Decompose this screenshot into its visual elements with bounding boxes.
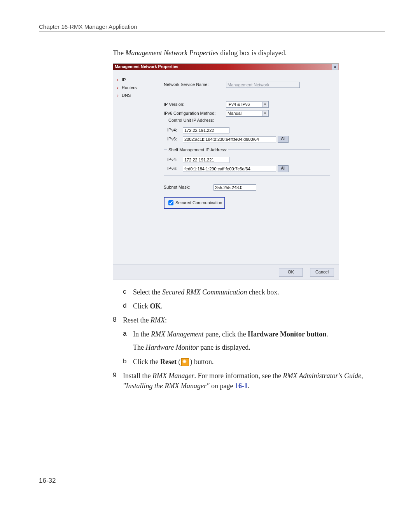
ipv6cfg-value: Manual <box>228 110 242 117</box>
ipv6cfg-label: IPv6 Configuration Method: <box>164 110 226 117</box>
header-rule <box>39 32 385 32</box>
nsn-input <box>226 82 300 88</box>
nav-item-ip[interactable]: ›IP <box>117 77 159 83</box>
all-button[interactable]: All <box>278 165 289 172</box>
ipver-label: IP Version: <box>164 102 226 108</box>
step-8b-text: Click the Reset () button. <box>133 357 385 367</box>
substep-letter: c <box>123 287 133 297</box>
ok-button[interactable]: OK <box>279 268 303 277</box>
sm-ipv4-input[interactable] <box>183 157 229 163</box>
dialog-screenshot: Management Network Properties x ›IP ›Rou… <box>113 63 339 280</box>
reset-icon <box>181 358 189 366</box>
ipv6cfg-select[interactable]: Manual <box>226 110 269 117</box>
nav-label: DNS <box>122 93 131 99</box>
ipver-value: IPv4 & IPv6 <box>228 102 250 108</box>
dialog-title: Management Network Properties <box>115 64 178 70</box>
chevron-right-icon: › <box>117 77 122 83</box>
step-9-text: Install the RMX Manager. For more inform… <box>123 371 385 391</box>
secured-checkbox[interactable] <box>168 200 173 205</box>
all-button[interactable]: All <box>278 136 289 143</box>
shelf-mgmt-fieldset: Shelf Management IP Address: IPv4: IPv6:… <box>164 149 330 176</box>
substep-letter: b <box>123 357 133 367</box>
dialog-form-panel: Network Service Name: IP Version: IPv4 &… <box>161 70 339 265</box>
nav-item-dns[interactable]: ›DNS <box>117 93 159 99</box>
chevron-right-icon: › <box>117 93 122 99</box>
sm-ipv4-label: IPv4: <box>167 157 183 163</box>
secured-label: Secured Communication <box>175 200 222 206</box>
cancel-button[interactable]: Cancel <box>310 268 334 277</box>
subnet-input[interactable] <box>214 184 256 191</box>
page-link[interactable]: 16-1 <box>235 382 248 390</box>
chevron-right-icon: › <box>117 85 122 91</box>
cu-ipv4-input[interactable] <box>183 127 229 133</box>
step-d-text: Click OK. <box>133 301 385 311</box>
sm-ipv6-input[interactable] <box>183 166 276 172</box>
cu-ipv6-label: IPv6: <box>167 136 183 142</box>
step-number: 9 <box>113 371 123 391</box>
nav-label: Routers <box>122 85 137 91</box>
page-number: 16-32 <box>39 477 56 485</box>
step-8a-text: In the RMX Management pane, click the Ha… <box>133 329 385 352</box>
substep-letter: a <box>123 329 133 352</box>
nav-item-routers[interactable]: ›Routers <box>117 85 159 91</box>
close-icon[interactable]: x <box>332 64 338 70</box>
secured-communication-box: Secured Communication <box>164 197 225 209</box>
dialog-nav-panel: ›IP ›Routers ›DNS <box>113 70 161 265</box>
control-unit-fieldset: Control Unit IP Address: IPv4: IPv6: All <box>164 120 330 146</box>
step-number: 8 <box>113 315 123 325</box>
subnet-label: Subnet Mask: <box>164 184 214 191</box>
dialog-footer: OK Cancel <box>113 265 339 280</box>
nsn-label: Network Service Name: <box>164 82 226 88</box>
cu-ipv6-input[interactable] <box>183 136 276 142</box>
sm-legend: Shelf Management IP Address: <box>167 147 228 153</box>
intro-text: The Management Network Properties dialog… <box>113 48 385 58</box>
nav-label: IP <box>122 77 126 83</box>
step-8-text: Reset the RMX: <box>123 315 385 325</box>
cu-legend: Control Unit IP Address: <box>167 117 215 124</box>
sm-ipv6-label: IPv6: <box>167 166 183 172</box>
chapter-header: Chapter 16-RMX Manager Application <box>39 23 385 30</box>
step-c-text: Select the Secured RMX Communication che… <box>133 287 385 297</box>
ipver-select[interactable]: IPv4 & IPv6 <box>226 101 269 108</box>
cu-ipv4-label: IPv4: <box>167 127 183 133</box>
substep-letter: d <box>123 301 133 311</box>
dialog-titlebar: Management Network Properties x <box>113 64 339 70</box>
